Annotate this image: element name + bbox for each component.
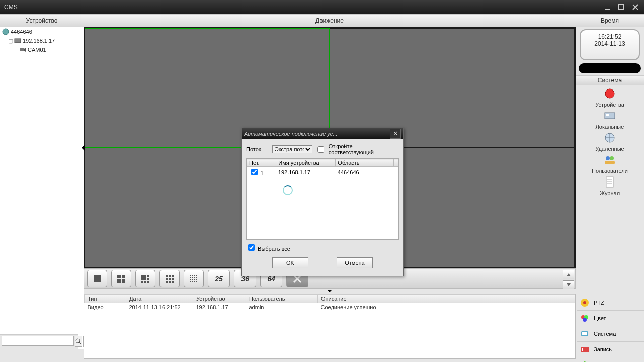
log-cell-date: 2014-11-13 16:21:52 [126,303,193,312]
nav-device[interactable]: Устройство [0,15,84,27]
dlg-col-name[interactable]: Имя устройства [276,159,336,167]
svg-rect-46 [190,277,191,278]
dlg-row[interactable]: 1 192.168.1.17 4464646 [247,167,398,178]
tab-record[interactable]: Запись [577,341,644,357]
svg-rect-51 [192,279,193,280]
system-local[interactable]: Локальные [576,109,644,130]
layout-9[interactable] [159,270,180,287]
tree-camera[interactable]: CAM01 [0,45,84,54]
status-bar [579,63,641,73]
svg-rect-28 [147,275,149,277]
tree-root-label: 4464646 [11,29,32,35]
svg-rect-53 [196,279,197,280]
stream-select[interactable]: Экстра поток [272,145,312,153]
tab-ptz[interactable]: PTZ [577,295,644,310]
page-down-button[interactable] [563,280,574,289]
search-input[interactable] [2,336,74,346]
minimize-button[interactable] [601,2,614,12]
layout-6[interactable] [135,270,155,287]
maximize-button[interactable] [615,2,628,12]
system-remote[interactable]: Удаленные [576,131,644,152]
svg-rect-55 [192,281,193,282]
layout-25[interactable]: 25 [208,270,230,287]
svg-rect-33 [166,275,168,277]
tab-label: Цвет [594,315,606,321]
layout-4[interactable] [111,270,131,287]
svg-rect-40 [169,281,171,283]
svg-point-66 [583,318,587,322]
open-checkbox[interactable] [317,146,324,153]
svg-rect-27 [141,275,146,280]
globe-icon [2,28,9,35]
svg-rect-56 [194,281,195,282]
svg-point-8 [76,339,80,343]
svg-point-11 [605,89,614,98]
color-icon [580,313,590,323]
system-log[interactable]: Журнал [576,175,644,196]
svg-rect-35 [172,275,174,277]
autoconnect-dialog: Автоматическое подключение ус... × Поток… [242,128,404,276]
log-col-extra[interactable] [438,295,575,303]
system-item-label: Журнал [576,190,644,196]
tab-label: Запись [594,346,612,352]
dialog-titlebar[interactable]: Автоматическое подключение ус... × [242,128,403,139]
select-all-label: Выбрать все [258,246,290,252]
select-all-checkbox[interactable] [248,244,255,251]
svg-rect-18 [606,177,613,187]
right-tabs: PTZ Цвет Система Запись Опции Выход [577,295,644,362]
svg-rect-23 [117,275,121,278]
log-col-date[interactable]: Дата [126,295,193,303]
cancel-button[interactable]: Отмена [337,257,373,268]
system-section-title: Система [576,75,644,85]
tab-options[interactable]: Опции [577,357,644,362]
svg-point-4 [3,29,9,35]
record-tab-icon [580,344,590,354]
window-titlebar: CMS [0,0,644,14]
system-item-label: Локальные [576,124,644,130]
search-button[interactable] [75,336,82,347]
log-col-desc[interactable]: Описание [318,295,438,303]
open-label: Откройте соответствующий [329,143,399,155]
svg-line-9 [79,342,81,344]
system-devices[interactable]: Устройства [576,86,644,108]
dlg-col-area[interactable]: Область [336,159,394,167]
close-button[interactable] [629,2,642,12]
svg-rect-41 [172,281,174,283]
system-users[interactable]: Пользователи [576,153,644,174]
collapse-icon[interactable]: ▢ [8,38,13,44]
page-up-button[interactable] [563,270,574,279]
nav-playback[interactable]: Движение [84,15,576,27]
record-icon [603,86,617,101]
tree-device[interactable]: ▢ 192.168.1.17 [0,36,84,45]
dlg-row-checkbox[interactable] [251,169,258,175]
nav-time[interactable]: Время [576,15,644,27]
collapse-log-icon[interactable] [327,290,332,292]
svg-rect-47 [192,277,193,278]
log-col-device[interactable]: Устройство [193,295,246,303]
tab-color[interactable]: Цвет [577,310,644,326]
log-col-user[interactable]: Пользователь [246,295,318,303]
system-item-label: Пользователи [576,168,644,174]
ok-button[interactable]: OK [272,257,308,268]
svg-rect-25 [117,279,121,283]
svg-rect-57 [196,281,197,282]
collapse-tree-icon[interactable] [82,145,85,151]
dialog-title: Автоматическое подключение ус... [244,131,390,137]
svg-marker-61 [567,283,571,286]
svg-rect-48 [194,277,195,278]
tree-root[interactable]: 4464646 [0,27,84,36]
dlg-col-extra[interactable] [394,159,398,167]
svg-marker-7 [24,48,26,52]
layout-16[interactable] [184,270,204,287]
dialog-close-button[interactable]: × [390,129,401,139]
svg-rect-43 [192,275,193,276]
log-col-type[interactable]: Тип [85,295,126,303]
ptz-icon [580,298,590,308]
log-row[interactable]: Видео 2014-11-13 16:21:52 192.168.1.17 a… [85,303,575,312]
svg-point-15 [606,156,610,160]
layout-1[interactable] [87,270,107,287]
tab-system[interactable]: Система [577,326,644,341]
dlg-col-no[interactable]: Нет. [247,159,276,167]
svg-rect-34 [169,275,171,277]
svg-rect-38 [172,278,174,280]
